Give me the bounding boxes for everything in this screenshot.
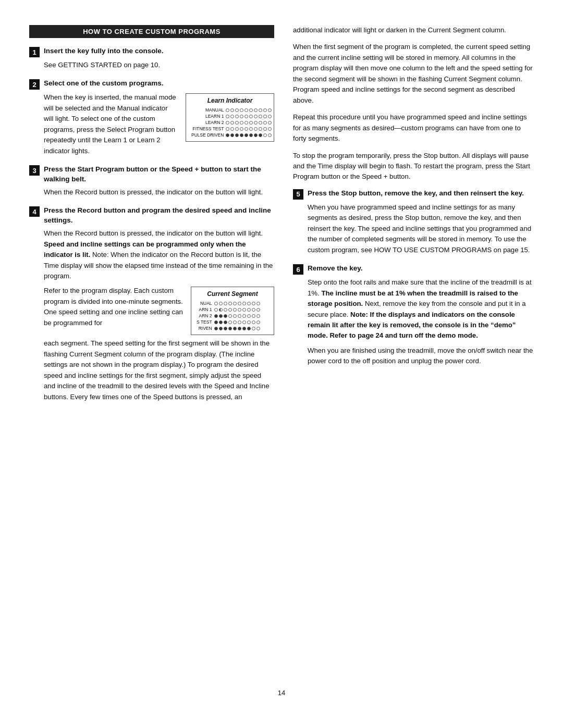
dot bbox=[219, 314, 223, 318]
dot bbox=[224, 327, 227, 330]
dot bbox=[228, 327, 232, 330]
step-4-body-para1: When the Record button is pressed, the i… bbox=[44, 228, 274, 281]
step-3-title-row: 3 Press the Start Program button or the … bbox=[29, 165, 274, 184]
dot bbox=[224, 308, 227, 312]
dot bbox=[240, 115, 243, 118]
dot bbox=[238, 302, 241, 305]
dot bbox=[268, 127, 272, 131]
dot bbox=[263, 115, 267, 118]
step-2-body-text: When the key is inserted, the manual mod… bbox=[44, 92, 178, 156]
dot bbox=[247, 320, 251, 324]
indicator-row-fitness: FITNESS TEST bbox=[190, 126, 273, 132]
seg-row-arn1: ARN 1 bbox=[195, 306, 261, 313]
dot bbox=[254, 133, 258, 137]
dot bbox=[226, 115, 229, 118]
step-5-body-text: When you have programmed speed and incli… bbox=[308, 202, 534, 255]
dot bbox=[268, 121, 272, 125]
fitness-dots bbox=[226, 127, 272, 131]
step-2-title: Select one of the custom programs. bbox=[44, 79, 164, 89]
step-4-body-cont: each segment. The speed setting for the … bbox=[44, 338, 274, 402]
right-col-para2: When the first segment of the program is… bbox=[293, 42, 534, 106]
section-header: HOW TO CREATE CUSTOM PROGRAMS bbox=[29, 25, 274, 38]
learn-indicator-title: Learn Indicator bbox=[190, 97, 270, 104]
indicator-row-manual: MANUAL bbox=[190, 107, 273, 113]
step-4-title: Press the Record button and program the … bbox=[44, 206, 274, 226]
step-3-body: When the Record button is pressed, the i… bbox=[44, 187, 274, 198]
right-col-para1: additional indicator will light or darke… bbox=[293, 25, 534, 35]
stest-dots bbox=[214, 320, 260, 324]
step-3-body-text: When the Record button is pressed, the i… bbox=[44, 187, 274, 198]
dot bbox=[259, 127, 262, 131]
step-4-para3: each segment. The speed setting for the … bbox=[44, 338, 274, 402]
step-1-body: See GETTING STARTED on page 10. bbox=[44, 60, 274, 70]
step-1-title: Insert the key fully into the console. bbox=[44, 46, 164, 56]
dot bbox=[252, 327, 255, 330]
dot bbox=[228, 314, 232, 318]
step-2-title-row: 2 Select one of the custom programs. bbox=[29, 79, 274, 90]
page-number: 14 bbox=[29, 689, 534, 697]
dot bbox=[268, 108, 272, 112]
dot bbox=[219, 302, 223, 305]
dot bbox=[233, 314, 237, 318]
dot bbox=[247, 327, 251, 330]
step-1-body-text: See GETTING STARTED on page 10. bbox=[44, 60, 274, 70]
step-5-number: 5 bbox=[293, 189, 303, 200]
arn1-dots bbox=[214, 308, 260, 312]
dot bbox=[235, 108, 239, 112]
dot bbox=[238, 327, 241, 330]
dot bbox=[263, 121, 267, 125]
dot bbox=[238, 314, 241, 318]
dot bbox=[219, 327, 223, 330]
dot bbox=[263, 133, 267, 137]
dot bbox=[247, 314, 251, 318]
dot bbox=[252, 314, 255, 318]
page: HOW TO CREATE CUSTOM PROGRAMS 1 Insert t… bbox=[0, 0, 563, 728]
dot bbox=[244, 133, 248, 137]
dot bbox=[244, 121, 248, 125]
step-3-title: Press the Start Program button or the Sp… bbox=[44, 165, 274, 184]
step-6-title-row: 6 Remove the key. bbox=[293, 264, 534, 275]
dot bbox=[249, 127, 253, 131]
dot bbox=[224, 302, 227, 305]
dot bbox=[256, 327, 260, 330]
riven-dots bbox=[214, 327, 260, 330]
right-col-para3: Repeat this procedure until you have pro… bbox=[293, 112, 534, 144]
dot bbox=[226, 108, 229, 112]
seg-row-nual: NUAL bbox=[195, 300, 261, 306]
step-2: 2 Select one of the custom programs. Whe… bbox=[29, 79, 274, 156]
dot bbox=[230, 121, 234, 125]
step-1: 1 Insert the key fully into the console.… bbox=[29, 46, 274, 70]
seg-row-stest: S TEST bbox=[195, 319, 261, 325]
current-segment-figure: Current Segment NUAL bbox=[191, 287, 274, 335]
dot bbox=[238, 320, 241, 324]
dot bbox=[256, 314, 260, 318]
step-6-body: Step onto the foot rails and make sure t… bbox=[308, 277, 534, 367]
learn1-dots bbox=[226, 115, 272, 118]
dot bbox=[233, 327, 237, 330]
step-6-bold2: Note: If the displays and indicators on … bbox=[308, 311, 516, 340]
dot bbox=[240, 133, 243, 137]
dot bbox=[242, 302, 246, 305]
step-5-title-row: 5 Press the Stop button, remove the key,… bbox=[293, 189, 534, 200]
dot bbox=[233, 320, 237, 324]
dot bbox=[240, 121, 243, 125]
dot bbox=[214, 308, 218, 312]
dot bbox=[224, 320, 227, 324]
indicator-row-learn2: LEARN 2 bbox=[190, 119, 273, 126]
dot bbox=[263, 127, 267, 131]
dot bbox=[252, 302, 255, 305]
dot bbox=[230, 108, 234, 112]
step-2-body-with-figure: When the key is inserted, the manual mod… bbox=[44, 92, 274, 156]
step-1-number: 1 bbox=[29, 47, 40, 57]
step-4-text2: Refer to the program display. Each custo… bbox=[44, 286, 183, 328]
dot bbox=[235, 133, 239, 137]
dot bbox=[254, 115, 258, 118]
dot bbox=[254, 127, 258, 131]
dot bbox=[252, 320, 255, 324]
step-4-number: 4 bbox=[29, 206, 40, 217]
learn2-dots bbox=[226, 121, 272, 125]
seg-row-arn2: ARN 2 bbox=[195, 313, 261, 319]
dot bbox=[259, 121, 262, 125]
dot bbox=[247, 308, 251, 312]
dot bbox=[242, 320, 246, 324]
